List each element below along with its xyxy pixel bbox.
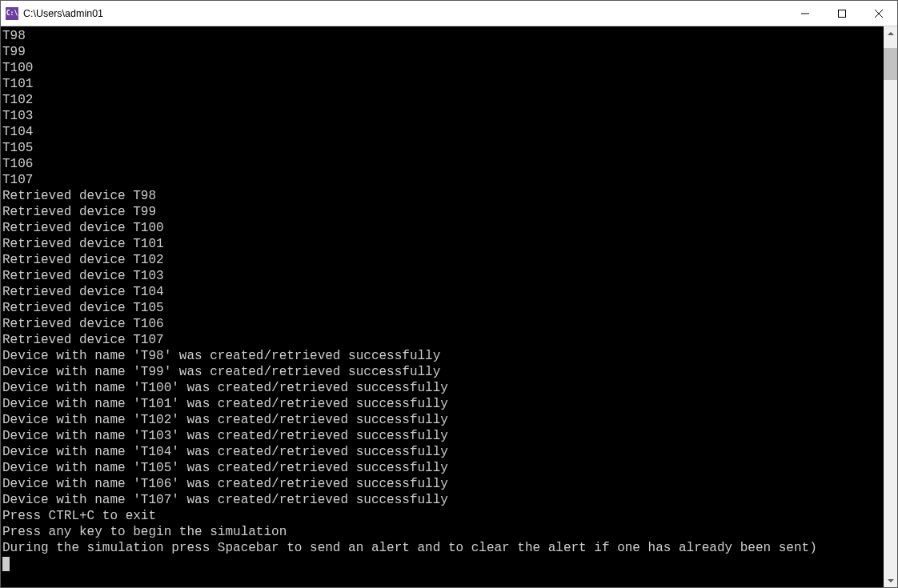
title-left: C:\ C:\Users\admin01 — [6, 7, 103, 20]
window-controls — [787, 1, 897, 26]
console-line: Retrieved device T107 — [2, 332, 884, 348]
console-line: Retrieved device T98 — [2, 188, 884, 204]
svg-rect-1 — [839, 10, 846, 17]
close-icon — [875, 10, 883, 18]
console-line: Device with name 'T98' was created/retri… — [2, 348, 884, 364]
console-line: T104 — [2, 124, 884, 140]
console-line: Press CTRL+C to exit — [2, 508, 884, 524]
console-line: Device with name 'T99' was created/retri… — [2, 364, 884, 380]
maximize-button[interactable] — [824, 1, 860, 26]
console-line: T101 — [2, 76, 884, 92]
console-line: Retrieved device T100 — [2, 220, 884, 236]
console-line: T103 — [2, 108, 884, 124]
console-line: T107 — [2, 172, 884, 188]
console-output[interactable]: T98T99T100T101T102T103T104T105T106T107Re… — [1, 26, 884, 587]
console-line: T98 — [2, 28, 884, 44]
console-line: Device with name 'T101' was created/retr… — [2, 396, 884, 412]
console-line: Device with name 'T106' was created/retr… — [2, 476, 884, 492]
console-line: Device with name 'T105' was created/retr… — [2, 460, 884, 476]
console-line: Press any key to begin the simulation — [2, 524, 884, 540]
console-line: Retrieved device T101 — [2, 236, 884, 252]
maximize-icon — [838, 10, 846, 18]
console-line: Retrieved device T99 — [2, 204, 884, 220]
vertical-scrollbar[interactable] — [884, 26, 897, 587]
app-icon: C:\ — [6, 7, 18, 20]
console-line: T105 — [2, 140, 884, 156]
console-line: Device with name 'T104' was created/retr… — [2, 444, 884, 460]
console-line: T99 — [2, 44, 884, 60]
close-button[interactable] — [860, 1, 897, 26]
console-line: Device with name 'T103' was created/retr… — [2, 428, 884, 444]
titlebar[interactable]: C:\ C:\Users\admin01 — [1, 1, 897, 26]
chevron-up-icon — [888, 32, 894, 35]
console-line: Retrieved device T104 — [2, 284, 884, 300]
console-line: Retrieved device T106 — [2, 316, 884, 332]
console-line: T106 — [2, 156, 884, 172]
console-line: T102 — [2, 92, 884, 108]
scrollbar-up-button[interactable] — [884, 26, 897, 40]
minimize-icon — [801, 10, 809, 18]
scrollbar-down-button[interactable] — [884, 574, 897, 587]
console-window: C:\ C:\Users\admin01 T98T99T — [0, 0, 898, 588]
console-line: Device with name 'T102' was created/retr… — [2, 412, 884, 428]
window-title: C:\Users\admin01 — [23, 8, 103, 19]
minimize-button[interactable] — [787, 1, 824, 26]
scrollbar-thumb[interactable] — [884, 48, 897, 80]
console-line: Device with name 'T100' was created/retr… — [2, 380, 884, 396]
console-line: Device with name 'T107' was created/retr… — [2, 492, 884, 508]
console-line: T100 — [2, 60, 884, 76]
console-line: Retrieved device T103 — [2, 268, 884, 284]
console-cursor-line — [2, 556, 884, 572]
console-line: During the simulation press Spacebar to … — [2, 540, 884, 556]
console-line: Retrieved device T102 — [2, 252, 884, 268]
scrollbar-track[interactable] — [884, 40, 897, 574]
console-line: Retrieved device T105 — [2, 300, 884, 316]
chevron-down-icon — [888, 579, 894, 582]
client-area: T98T99T100T101T102T103T104T105T106T107Re… — [1, 26, 897, 587]
cursor-icon — [2, 557, 10, 571]
